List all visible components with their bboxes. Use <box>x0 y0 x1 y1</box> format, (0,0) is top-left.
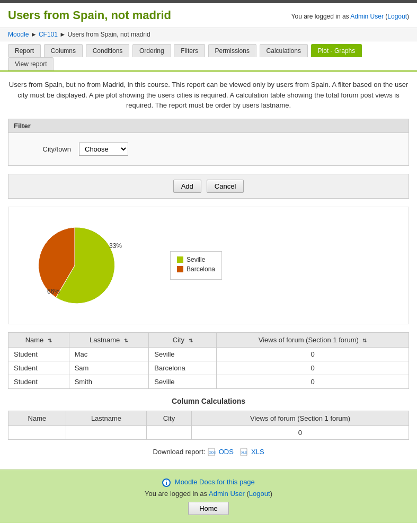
tab-filters[interactable]: Filters <box>174 44 205 57</box>
breadcrumb-cf101[interactable]: CF101 <box>39 31 58 38</box>
cancel-button[interactable]: Cancel <box>207 180 244 193</box>
main-content: Users from Spain, but no from Madrid, in… <box>0 72 417 469</box>
calc-cell-city <box>147 425 192 439</box>
download-xls-link[interactable]: XLS XLS <box>239 448 264 456</box>
cell-city: Seville <box>149 375 217 388</box>
home-button[interactable]: Home <box>188 502 229 515</box>
legend-color-seville <box>177 256 183 263</box>
filter-city-label: City/town <box>18 145 71 153</box>
calc-header-row: Name Lastname City Views of forum (Secti… <box>8 411 409 425</box>
breadcrumb-current: Users from Spain, not madrid <box>68 31 150 38</box>
cell-lastname: Mac <box>69 347 149 361</box>
tab-permissions[interactable]: Permissions <box>208 44 256 57</box>
cell-views: 0 <box>217 347 409 361</box>
tab-conditions[interactable]: Conditions <box>86 44 130 57</box>
data-table: Name ⇅ Lastname ⇅ City ⇅ Views of forum … <box>8 332 409 389</box>
table-row: Student Sam Barcelona 0 <box>8 361 409 375</box>
calc-col-lastname: Lastname <box>66 411 146 425</box>
svg-text:ODS: ODS <box>209 451 216 454</box>
filter-body: City/town Choose Seville Barcelona <box>8 133 409 165</box>
button-row: Add Cancel <box>8 174 409 199</box>
add-button[interactable]: Add <box>173 180 201 193</box>
col-views[interactable]: Views of forum (Section 1 forum) ⇅ <box>217 332 409 347</box>
cell-lastname: Smith <box>69 375 149 388</box>
calc-body: 0 <box>8 425 409 439</box>
col-name[interactable]: Name ⇅ <box>8 332 69 347</box>
admin-user-link[interactable]: Admin User <box>350 13 384 20</box>
chart-area: 33% 66% Seville Barcelona <box>8 207 409 324</box>
col-city[interactable]: City ⇅ <box>149 332 217 347</box>
city-town-select[interactable]: Choose Seville Barcelona <box>79 143 128 156</box>
download-row: Download report: ODS ODS XLS XLS <box>8 448 409 457</box>
sort-city-icon: ⇅ <box>189 338 193 343</box>
tab-ordering[interactable]: Ordering <box>132 44 171 57</box>
xls-icon: XLS <box>239 448 248 456</box>
legend-barcelona: Barcelona <box>177 265 215 273</box>
filter-row-city: City/town Choose Seville Barcelona <box>14 138 403 160</box>
calc-cell-lastname <box>66 425 146 439</box>
calc-title: Column Calculations <box>8 397 409 405</box>
moodle-docs-link[interactable]: Moodle Docs for this page <box>175 478 255 486</box>
sort-name-icon: ⇅ <box>48 338 52 343</box>
sort-lastname-icon: ⇅ <box>124 338 128 343</box>
chart-legend: Seville Barcelona <box>170 251 222 280</box>
ods-icon: ODS <box>207 448 216 456</box>
tab-view-report[interactable]: View report <box>8 57 54 70</box>
footer-login: You are logged in as Admin User (Logout) <box>8 490 409 498</box>
table-row: Student Mac Seville 0 <box>8 347 409 361</box>
description: Users from Spain, but no from Madrid, in… <box>8 79 409 111</box>
calc-col-name: Name <box>8 411 66 425</box>
footer-home-container: Home <box>8 498 409 515</box>
footer-logout-link[interactable]: Logout <box>249 490 270 498</box>
cell-views: 0 <box>217 361 409 375</box>
svg-text:XLS: XLS <box>241 451 247 454</box>
calc-cell-name <box>8 425 66 439</box>
filter-section: Filter City/town Choose Seville Barcelon… <box>8 119 409 166</box>
cell-name: Student <box>8 361 69 375</box>
cell-city: Barcelona <box>149 361 217 375</box>
filter-header: Filter <box>8 119 409 133</box>
tab-plot-graphs[interactable]: Plot - Graphs <box>311 44 362 57</box>
sort-views-icon: ⇅ <box>362 338 367 343</box>
chart-label-66: 66% <box>47 288 60 295</box>
cell-name: Student <box>8 347 69 361</box>
calc-row: 0 <box>8 425 409 439</box>
cell-views: 0 <box>217 375 409 388</box>
footer-admin-user-link[interactable]: Admin User <box>209 490 245 498</box>
legend-seville: Seville <box>177 256 215 263</box>
table-header-row: Name ⇅ Lastname ⇅ City ⇅ Views of forum … <box>8 332 409 347</box>
tab-calculations[interactable]: Calculations <box>260 44 308 57</box>
calc-table: Name Lastname City Views of forum (Secti… <box>8 411 409 440</box>
cell-city: Seville <box>149 347 217 361</box>
logout-link[interactable]: Logout <box>387 13 407 20</box>
calc-col-views: Views of forum (Section 1 forum) <box>191 411 409 425</box>
col-lastname[interactable]: Lastname ⇅ <box>69 332 149 347</box>
legend-color-barcelona <box>177 266 183 272</box>
download-ods-link[interactable]: ODS ODS <box>207 448 235 456</box>
footer: i Moodle Docs for this page You are logg… <box>0 469 417 523</box>
breadcrumb-moodle[interactable]: Moodle <box>8 31 29 38</box>
legend-label-seville: Seville <box>187 256 205 263</box>
tab-report[interactable]: Report <box>8 44 41 57</box>
chart-label-33: 33% <box>109 242 122 250</box>
tab-columns[interactable]: Columns <box>44 44 83 57</box>
table-row: Student Smith Seville 0 <box>8 375 409 388</box>
calc-cell-views: 0 <box>191 425 409 439</box>
calc-col-city: City <box>147 411 192 425</box>
table-body: Student Mac Seville 0 Student Sam Barcel… <box>8 347 409 388</box>
login-info: You are logged in as Admin User (Logout) <box>291 13 409 20</box>
cell-name: Student <box>8 375 69 388</box>
footer-docs: i Moodle Docs for this page <box>8 478 409 487</box>
legend-label-barcelona: Barcelona <box>187 265 215 273</box>
cell-lastname: Sam <box>69 361 149 375</box>
nav-tabs: Report Columns Conditions Ordering Filte… <box>0 41 417 72</box>
breadcrumb: Moodle ► CF101 ► Users from Spain, not m… <box>0 28 417 41</box>
info-icon: i <box>162 478 171 487</box>
header: You are logged in as Admin User (Logout)… <box>0 3 417 28</box>
pie-chart-svg: 33% 66% <box>16 215 138 311</box>
pie-chart-container: 33% 66% <box>16 215 159 316</box>
